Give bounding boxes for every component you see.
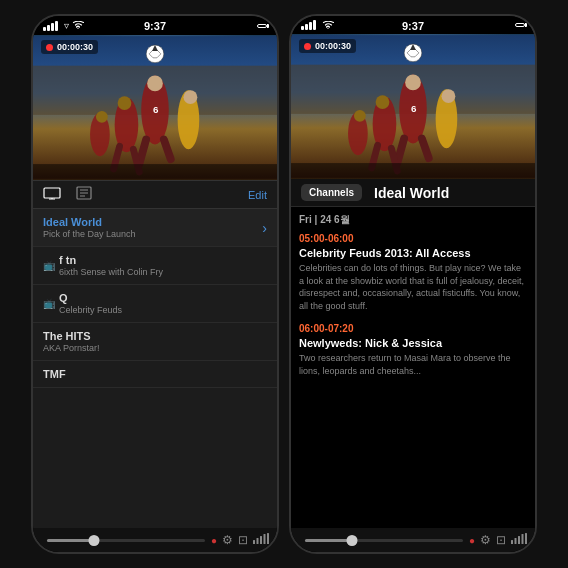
svg-rect-17 [44,188,60,198]
status-time-1: 9:37 [144,20,166,32]
channel-item-tmf[interactable]: TMF [33,361,277,388]
signal-icon-2 [511,533,527,547]
signal-bar [305,24,308,30]
prog-title-1: Newlyweds: Nick & Jessica [299,336,527,350]
signal-bars-2 [301,20,316,30]
channel-header-2: Channels Ideal World [291,179,535,207]
progress-bar-2[interactable] [305,539,463,542]
date-header-2: Fri | 24 6월 [299,213,527,227]
svg-rect-49 [522,534,524,544]
signal-bar [313,20,316,30]
prog-time-1: 06:00-07:20 [299,323,527,334]
svg-text:6: 6 [411,103,417,114]
status-time-2: 9:37 [402,20,424,32]
svg-rect-48 [518,536,520,544]
video-scene-2: 6 [291,34,535,179]
channels-button[interactable]: Channels [301,184,362,201]
guide-tab-icon[interactable] [76,186,92,203]
svg-rect-25 [257,538,259,544]
signal-bar [55,21,58,31]
channel-name-2: Q [59,292,122,304]
signal-bar [301,26,304,30]
channel-list-1: Ideal World Pick of the Day Launch › 📺 f… [33,209,277,528]
channel-name-3: The HITS [43,330,267,342]
channel-title-2: Ideal World [374,185,449,201]
progress-fill-2 [305,539,352,542]
signal-bar [47,25,50,31]
channel-item-q[interactable]: 📺 Q Celebrity Feuds [33,285,277,323]
svg-rect-47 [515,538,517,544]
svg-rect-28 [267,533,269,544]
channel-name-0: Ideal World [43,216,136,228]
progress-bar-1[interactable] [47,539,205,542]
channel-item-ftn[interactable]: 📺 f tn 6ixth Sense with Colin Fry [33,247,277,285]
svg-rect-46 [511,540,513,544]
settings-button-2[interactable]: ⚙ [480,533,491,547]
channel-name-1: f tn [59,254,163,266]
bottom-controls-2: ● ⚙ ⊡ [291,528,535,552]
svg-text:6: 6 [153,104,159,115]
signal-bar [51,23,54,31]
rec-dot-2 [304,43,311,50]
tv-icon-1: 📺 [43,260,55,271]
svg-point-7 [118,96,132,110]
fullscreen-button-2[interactable]: ⊡ [496,533,506,547]
main-container: ▿ 9:37 [0,0,568,568]
settings-button-1[interactable]: ⚙ [222,533,233,547]
battery-icon-2 [515,23,525,27]
status-left-1: ▿ [43,20,84,31]
progress-fill-1 [47,539,94,542]
signal-bar [43,27,46,31]
phone-2: 9:37 [289,14,537,554]
phone-1: ▿ 9:37 [31,14,279,554]
record-button-1[interactable]: ● [211,535,217,546]
status-left-2 [301,20,334,30]
progress-thumb-2 [347,535,358,546]
channel-show-3: AKA Pornstar! [43,343,267,353]
channel-name-4: TMF [43,368,267,380]
svg-rect-45 [291,163,535,178]
svg-point-38 [442,89,456,103]
prog-desc-1: Two researchers return to Masai Mara to … [299,352,527,377]
channel-show-2: Celebrity Feuds [59,305,122,315]
edit-button-1[interactable]: Edit [248,189,267,201]
svg-point-4 [147,76,163,92]
svg-rect-16 [33,164,277,179]
tv-icon-2: 📺 [43,298,55,309]
svg-point-33 [405,75,421,91]
video-scene-1: 6 [33,35,277,180]
rec-indicator-2: 00:00:30 [299,39,356,53]
fullscreen-button-1[interactable]: ⊡ [238,533,248,547]
svg-point-11 [96,111,108,123]
svg-point-40 [354,110,366,122]
program-list-2: Fri | 24 6월 05:00-06:00 Celebrity Feuds … [291,207,535,528]
prog-desc-0: Celebrities can do lots of things. But p… [299,262,527,312]
rec-time-1: 00:00:30 [57,42,93,52]
record-button-2[interactable]: ● [469,535,475,546]
svg-point-9 [184,90,198,104]
signal-bar [309,22,312,30]
progress-thumb-1 [89,535,100,546]
channel-show-1: 6ixth Sense with Colin Fry [59,267,163,277]
signal-icon-1 [253,533,269,547]
program-item-0[interactable]: 05:00-06:00 Celebrity Feuds 2013: All Ac… [299,233,527,313]
status-bar-1: ▿ 9:37 [33,16,277,35]
status-bar-2: 9:37 [291,16,535,34]
svg-rect-27 [264,534,266,544]
video-area-1: 6 00:00:30 [33,35,277,180]
status-right-2 [515,23,525,27]
channel-item-hits[interactable]: The HITS AKA Pornstar! [33,323,277,361]
channel-item-ideal-world[interactable]: Ideal World Pick of the Day Launch › [33,209,277,247]
program-item-1[interactable]: 06:00-07:20 Newlyweds: Nick & Jessica Tw… [299,323,527,377]
rec-time-2: 00:00:30 [315,41,351,51]
prog-title-0: Celebrity Feuds 2013: All Access [299,246,527,260]
status-right-1 [257,24,267,28]
video-area-2: 6 00:00:30 [291,34,535,179]
bottom-controls-1: ● ⚙ ⊡ [33,528,277,552]
battery-icon-1 [257,24,267,28]
prog-time-0: 05:00-06:00 [299,233,527,244]
wifi-icon: ▿ [64,20,69,31]
wifi-icon-svg [72,21,84,30]
tv-tab-icon[interactable] [43,186,61,203]
signal-bars-1 [43,21,58,31]
